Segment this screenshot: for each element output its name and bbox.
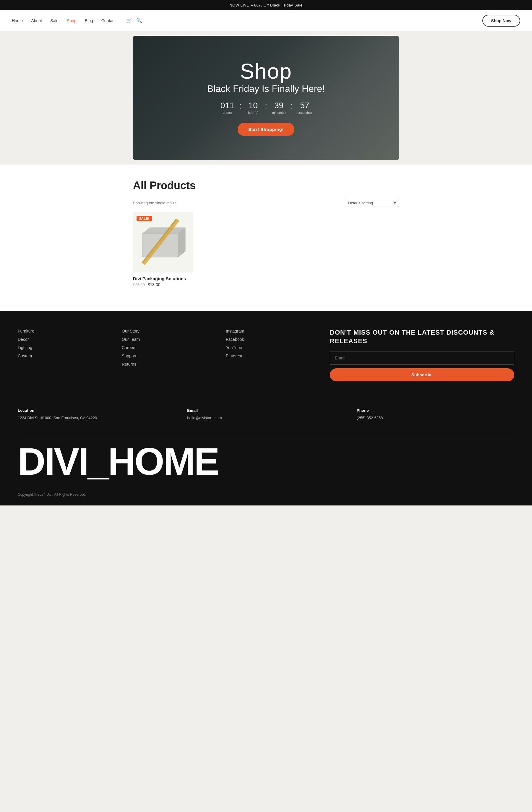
products-section: All Products Showing the single result D… — [0, 165, 532, 311]
start-shopping-button[interactable]: Start Shopping! — [238, 123, 294, 136]
countdown-minutes: 39 Minute(s) — [270, 101, 288, 114]
countdown-sep-1: : — [239, 101, 241, 111]
countdown-seconds: 57 Second(s) — [296, 101, 314, 114]
newsletter-heading: DON'T MISS OUT ON THE LATEST DISCOUNTS &… — [330, 329, 514, 345]
nav-shop-now-button[interactable]: Shop Now — [482, 15, 520, 27]
nav-shop[interactable]: Shop — [67, 18, 76, 23]
product-name: Divi Packaging Solutions — [133, 276, 193, 281]
brand-name: DIVI_HOME — [18, 442, 514, 481]
footer-company-list: Our Story Our Team Careers Support Retur… — [122, 329, 214, 367]
footer-email: Email hello@divistore.com — [187, 408, 345, 421]
nav-home[interactable]: Home — [12, 18, 23, 23]
footer-link-custom[interactable]: Custom — [18, 353, 110, 359]
hero-content: Shop Black Friday Is Finally Here! 011 D… — [207, 60, 325, 136]
countdown-hours: 10 Hour(s) — [244, 101, 262, 114]
countdown-hours-value: 10 — [244, 101, 262, 110]
footer-link-lighting[interactable]: Lighting — [18, 345, 110, 350]
nav-blog[interactable]: Blog — [85, 18, 93, 23]
location-label: Location — [18, 408, 175, 412]
countdown-minutes-label: Minute(s) — [270, 111, 288, 114]
footer-link-returns[interactable]: Returns — [122, 362, 214, 367]
footer-link-furniture[interactable]: Furniture — [18, 329, 110, 334]
hero-section: Shop Black Friday Is Finally Here! 011 D… — [133, 36, 399, 160]
products-title: All Products — [133, 179, 399, 192]
countdown-days-label: Day(s) — [218, 111, 236, 114]
nav-sale[interactable]: Sale — [50, 18, 59, 23]
footer-link-support[interactable]: Support — [122, 353, 214, 359]
cart-icon[interactable]: 🛒 — [126, 18, 132, 23]
footer-copyright: Copyright © 2024 Divi. All Rights Reserv… — [18, 487, 514, 506]
hero-title: Shop — [207, 60, 325, 83]
footer-products-list: Furniture Decor Lighting Custom — [18, 329, 110, 359]
nav-icons: 🛒 🔍 — [126, 18, 142, 23]
footer-link-careers[interactable]: Careers — [122, 345, 214, 350]
phone-label: Phone — [357, 408, 514, 412]
footer-col-company: Our Story Our Team Careers Support Retur… — [122, 329, 214, 381]
footer-link-decor[interactable]: Decor — [18, 337, 110, 342]
product-price: $25.00 $18.00 — [133, 282, 193, 287]
footer-newsletter: DON'T MISS OUT ON THE LATEST DISCOUNTS &… — [330, 329, 514, 381]
banner-text: NOW LIVE – 80% Off Black Friday Sale — [230, 3, 302, 8]
product-card: SALE! — [133, 212, 193, 287]
footer: Furniture Decor Lighting Custom Our Stor… — [0, 311, 532, 506]
countdown-minutes-value: 39 — [270, 101, 288, 110]
sort-dropdown[interactable]: Default sorting Sort by popularity Sort … — [345, 199, 399, 207]
product-price-old: $25.00 — [133, 282, 145, 287]
footer-link-youtube[interactable]: YouTube — [226, 345, 318, 350]
nav-about[interactable]: About — [31, 18, 42, 23]
footer-brand: DIVI_HOME — [18, 433, 514, 487]
countdown-seconds-label: Second(s) — [296, 111, 314, 114]
countdown-hours-label: Hour(s) — [244, 111, 262, 114]
footer-col-products: Furniture Decor Lighting Custom — [18, 329, 110, 381]
footer-link-pinterest[interactable]: Pinterest — [226, 353, 318, 359]
showing-count: Showing the single result — [133, 201, 176, 205]
products-grid: SALE! — [133, 212, 399, 287]
footer-link-our-story[interactable]: Our Story — [122, 329, 214, 334]
countdown-sep-2: : — [265, 101, 267, 111]
products-bar: Showing the single result Default sortin… — [133, 199, 399, 207]
products-container: All Products Showing the single result D… — [133, 179, 399, 287]
countdown-days: 011 Day(s) — [218, 101, 236, 114]
hero-background: Shop Black Friday Is Finally Here! 011 D… — [133, 36, 399, 160]
countdown-seconds-value: 57 — [296, 101, 314, 110]
footer-social-list: Instagram Facebook YouTube Pinterest — [226, 329, 318, 359]
hero-subtitle: Black Friday Is Finally Here! — [207, 83, 325, 94]
footer-link-facebook[interactable]: Facebook — [226, 337, 318, 342]
nav-links: Home About Sale Shop Blog Contact 🛒 🔍 — [12, 18, 142, 23]
footer-top: Furniture Decor Lighting Custom Our Stor… — [18, 329, 514, 396]
search-icon[interactable]: 🔍 — [136, 18, 142, 23]
footer-phone: Phone (255) 352-6258 — [357, 408, 514, 421]
product-image-wrap[interactable]: SALE! — [133, 212, 193, 273]
nav-right: Shop Now — [482, 15, 520, 27]
email-value: hello@divistore.com — [187, 415, 345, 421]
product-svg — [136, 219, 190, 266]
phone-value: (255) 352-6258 — [357, 415, 514, 421]
footer-contact: Location 1234 Divi St. #1000, San Franci… — [18, 396, 514, 433]
nav-contact[interactable]: Contact — [101, 18, 116, 23]
countdown-days-value: 011 — [218, 101, 236, 110]
footer-link-our-team[interactable]: Our Team — [122, 337, 214, 342]
subscribe-button[interactable]: Subscribe — [330, 368, 514, 381]
footer-location: Location 1234 Divi St. #1000, San Franci… — [18, 408, 175, 421]
top-banner: NOW LIVE – 80% Off Black Friday Sale — [0, 0, 532, 10]
sale-badge: SALE! — [136, 216, 152, 221]
footer-link-instagram[interactable]: Instagram — [226, 329, 318, 334]
product-image — [133, 212, 193, 273]
product-price-new: $18.00 — [148, 282, 161, 287]
main-nav: Home About Sale Shop Blog Contact 🛒 🔍 Sh… — [0, 10, 532, 31]
email-label: Email — [187, 408, 345, 412]
copyright-text: Copyright © 2024 Divi. All Rights Reserv… — [18, 492, 86, 497]
newsletter-email-input[interactable] — [330, 351, 514, 365]
countdown: 011 Day(s) : 10 Hour(s) : 39 Minute(s) : — [207, 101, 325, 114]
location-value: 1234 Divi St. #1000, San Francisco, CA 9… — [18, 415, 175, 421]
footer-col-social: Instagram Facebook YouTube Pinterest — [226, 329, 318, 381]
countdown-sep-3: : — [291, 101, 293, 111]
svg-marker-2 — [143, 228, 185, 233]
